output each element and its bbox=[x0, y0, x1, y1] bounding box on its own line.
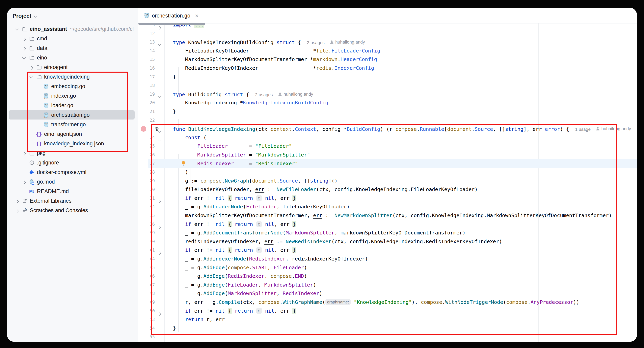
chevron-right-icon[interactable] bbox=[13, 209, 21, 212]
tree-item-cmd[interactable]: cmd bbox=[7, 34, 138, 43]
gitignore-icon bbox=[28, 160, 36, 165]
code-token: RedisIndexerKeyOfIndexer * bbox=[173, 65, 316, 71]
code-token: . bbox=[338, 56, 340, 62]
tree-item-eino[interactable]: eino bbox=[7, 53, 138, 62]
code-line-20[interactable]: 20 KnowledgeIndexing *KnowledgeIndexingB… bbox=[138, 98, 637, 107]
code-token: struct bbox=[276, 39, 298, 45]
chevron-down-icon bbox=[34, 14, 37, 17]
tree-item-readme-md[interactable]: M↓README.md bbox=[7, 187, 138, 196]
code-vision-usages[interactable]: 2 usages bbox=[255, 92, 273, 97]
code-token: BuildConfig bbox=[188, 91, 225, 97]
code-line-15[interactable]: 15 MarkdownSplitterKeyOfDocumentTransfor… bbox=[138, 55, 637, 64]
code-token: . bbox=[328, 48, 331, 54]
chevron-right-icon[interactable] bbox=[20, 37, 28, 40]
code-token: HeaderConfig bbox=[340, 56, 377, 62]
code-text[interactable]: FileLoaderKeyOfLoader *file.FileLoaderCo… bbox=[173, 47, 380, 55]
chevron-down-icon[interactable] bbox=[13, 28, 21, 31]
code-text[interactable]: RedisIndexerKeyOfIndexer *redis.IndexerC… bbox=[173, 64, 374, 73]
tree-item-data[interactable]: data bbox=[7, 43, 138, 53]
code-line-13[interactable]: 13type KnowledgeIndexingBuildConfig stru… bbox=[138, 38, 637, 47]
folder-icon bbox=[35, 65, 43, 70]
project-header[interactable]: Project bbox=[12, 12, 37, 20]
tree-item-label: docker-compose.yml bbox=[37, 169, 86, 176]
fold-down-icon[interactable] bbox=[158, 93, 160, 99]
line-number[interactable]: 13 bbox=[138, 38, 155, 47]
line-number[interactable]: 22 bbox=[138, 116, 155, 125]
tree-item-label: cmd bbox=[37, 36, 47, 42]
tree-item-label: go.mod bbox=[37, 179, 55, 185]
line-number[interactable]: 20 bbox=[138, 98, 155, 107]
tree-item-label: eino bbox=[37, 55, 47, 61]
code-token: } bbox=[173, 74, 176, 80]
line-number[interactable]: 21 bbox=[138, 107, 155, 116]
tree-item-label: README.md bbox=[37, 188, 69, 195]
tree-item-einoagent[interactable]: einoagent bbox=[7, 62, 138, 72]
line-number[interactable]: 12 bbox=[138, 29, 155, 38]
code-line-16[interactable]: 16 RedisIndexerKeyOfIndexer *redis.Index… bbox=[138, 64, 637, 73]
chevron-right-icon[interactable] bbox=[13, 200, 21, 202]
project-tool-window: Project eino_assistant~/gocode/src/githu… bbox=[7, 8, 138, 342]
tab-label: orchestration.go bbox=[152, 13, 190, 19]
code-token: file bbox=[316, 48, 328, 54]
code-line-12[interactable]: 12 bbox=[138, 29, 637, 38]
line-number[interactable]: 17 bbox=[138, 73, 155, 81]
tree-item-label: einoagent bbox=[44, 64, 68, 70]
code-token: . bbox=[331, 65, 334, 71]
line-number[interactable]: 15 bbox=[138, 55, 155, 64]
folder-icon bbox=[28, 55, 36, 60]
folder-icon bbox=[28, 36, 36, 41]
fold-down-icon[interactable] bbox=[158, 41, 160, 47]
code-token: MarkdownSplitterKeyOfDocumentTransformer… bbox=[173, 56, 313, 62]
chevron-right-icon[interactable] bbox=[20, 152, 28, 154]
breakpoint-dot-icon[interactable] bbox=[141, 126, 146, 132]
line-number[interactable]: 19 bbox=[138, 90, 155, 99]
tree-item-label: Scratches and Consoles bbox=[30, 207, 88, 214]
tree-item-go-mod[interactable]: go.mod bbox=[7, 177, 138, 187]
tree-item-label: eino_assistant bbox=[30, 26, 67, 32]
tree-item-scratches-and-consoles[interactable]: Scratches and Consoles bbox=[7, 206, 138, 215]
project-header-title: Project bbox=[12, 13, 31, 19]
annotation-box-tree bbox=[28, 72, 128, 152]
code-text[interactable]: type KnowledgeIndexingBuildConfig struct… bbox=[173, 38, 365, 47]
code-token: type bbox=[173, 39, 188, 45]
chevron-down-icon[interactable] bbox=[20, 57, 28, 59]
tree-item-docker-compose-yml[interactable]: docker-compose.yml bbox=[7, 167, 138, 177]
code-vision-usages[interactable]: 2 usages bbox=[307, 40, 324, 45]
code-text[interactable]: MarkdownSplitterKeyOfDocumentTransformer… bbox=[173, 55, 377, 64]
editor-tab-bar: orchestration.go × bbox=[138, 8, 637, 24]
tree-item-path: ~/gocode/src/github.com/cl bbox=[70, 26, 134, 32]
code-line-18[interactable]: 18 bbox=[138, 81, 637, 90]
gomod-icon bbox=[28, 179, 36, 185]
tree-item-label: .gitignore bbox=[37, 160, 59, 166]
code-text[interactable]: type BuildConfig struct {2 usageshuhailo… bbox=[173, 90, 313, 99]
code-token: markdown bbox=[313, 56, 338, 62]
tree-item-label: data bbox=[37, 45, 48, 51]
tree-item-external-libraries[interactable]: External Libraries bbox=[7, 196, 138, 206]
code-vision-author[interactable]: huhailong.andy bbox=[330, 38, 365, 47]
line-number[interactable]: 16 bbox=[138, 64, 155, 73]
scrollbar-pill[interactable] bbox=[138, 23, 205, 25]
tab-close-icon[interactable]: × bbox=[195, 13, 199, 19]
code-line-21[interactable]: 21} bbox=[138, 107, 637, 116]
tree-item--gitignore[interactable]: .gitignore bbox=[7, 158, 138, 167]
code-line-19[interactable]: 19type BuildConfig struct {2 usageshuhai… bbox=[138, 90, 637, 99]
code-token: KnowledgeIndexingBuildConfig bbox=[188, 39, 276, 45]
code-token: FileLoaderKeyOfLoader * bbox=[173, 48, 316, 54]
line-number[interactable]: 14 bbox=[138, 47, 155, 55]
tab-orchestration-go[interactable]: orchestration.go × bbox=[142, 10, 200, 22]
code-vision-author[interactable]: huhailong.andy bbox=[278, 90, 313, 99]
code-token: type bbox=[173, 91, 188, 97]
code-text[interactable]: KnowledgeIndexing *KnowledgeIndexingBuil… bbox=[173, 98, 328, 107]
line-number[interactable]: 18 bbox=[138, 81, 155, 90]
code-line-14[interactable]: 14 FileLoaderKeyOfLoader *file.FileLoade… bbox=[138, 47, 637, 55]
code-text[interactable]: } bbox=[173, 73, 176, 81]
screenshot-root: Project eino_assistant~/gocode/src/githu… bbox=[0, 0, 644, 348]
code-line-22[interactable]: 22 bbox=[138, 116, 637, 125]
chevron-right-icon[interactable] bbox=[28, 66, 35, 69]
chevron-right-icon[interactable] bbox=[20, 181, 28, 183]
go-file-icon bbox=[144, 13, 149, 19]
code-text[interactable]: } bbox=[173, 107, 176, 116]
code-line-17[interactable]: 17} bbox=[138, 73, 637, 81]
chevron-right-icon[interactable] bbox=[20, 47, 28, 50]
tree-item-eino-assistant[interactable]: eino_assistant~/gocode/src/github.com/cl bbox=[7, 24, 138, 34]
